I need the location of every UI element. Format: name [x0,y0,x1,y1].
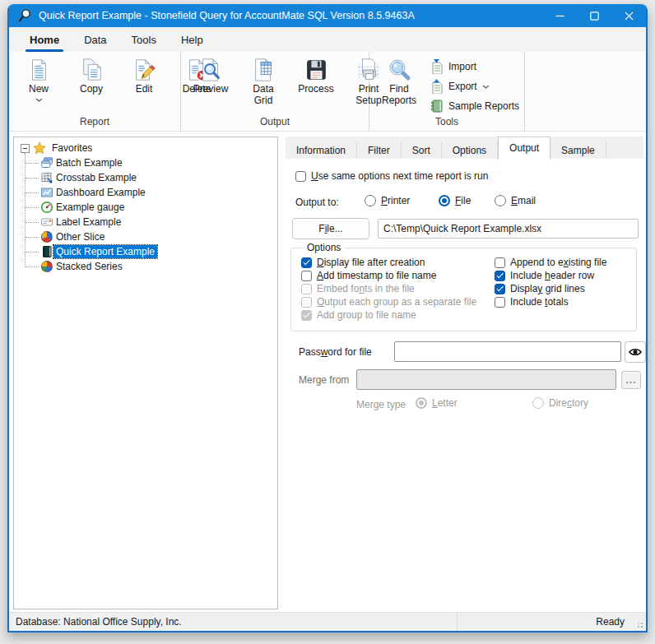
edit-button[interactable]: Edit [121,56,167,95]
copy-button[interactable]: Copy [68,56,114,95]
use-same-options-checkbox-row[interactable]: Use same options next time report is run [295,170,488,182]
output-each-group-row: Output each group as a separate file [301,296,476,308]
tab-filter[interactable]: Filter [357,141,402,159]
file-radio-row[interactable]: File [439,195,471,206]
email-radio-row[interactable]: Email [495,195,536,206]
add-timestamp-checkbox[interactable] [301,271,312,281]
menu-tab-data[interactable]: Data [72,27,118,52]
export-button[interactable]: Export [429,79,519,94]
process-button[interactable]: Process [293,56,339,95]
menu-tab-help[interactable]: Help [169,27,216,52]
options-groupbox-legend: Options [303,242,345,253]
tab-information[interactable]: Information [286,141,357,159]
printer-radio[interactable] [365,195,376,206]
tree-node-label[interactable]: Other Slice [53,230,107,243]
dashboard-report-icon [40,186,53,199]
ribbon-group-output: Preview Data Grid [181,52,369,131]
options-groupbox: Options Display file after creation Add … [290,248,637,331]
tree-node-crosstab-example[interactable]: Crosstab Example [14,170,277,185]
include-header-row-row[interactable]: Include header row [495,270,594,281]
sample-reports-button[interactable]: Sample Reports [429,99,519,114]
file-browse-button[interactable]: File... [292,218,369,239]
preview-button[interactable]: Preview [188,56,234,95]
ribbon: New Copy [9,52,646,132]
main-area: Favorites Batch Example [9,132,646,612]
output-group-label: Output [181,115,369,131]
tree-node-label[interactable]: Label Example [53,215,123,229]
report-detail-panel: Information Filter Sort Options Output S… [286,137,643,609]
password-input[interactable] [394,341,621,362]
tools-group-buttons: Find Reports Import [369,52,524,115]
merge-from-label: Merge from [299,374,349,386]
tree-node-favorites[interactable]: Favorites [14,141,277,155]
display-file-after-creation-row[interactable]: Display file after creation [301,257,425,268]
tree-node-label-example[interactable]: Label Example [14,215,277,229]
include-header-row-checkbox[interactable] [495,271,505,281]
tree-node-label[interactable]: Batch Example [53,156,125,169]
tree-node-example-gauge[interactable]: Example gauge [14,200,277,215]
tree-connector [26,237,39,238]
file-radio[interactable] [439,195,450,206]
find-reports-icon [386,56,412,84]
merge-type-label: Merge type [356,399,406,410]
embed-fonts-checkbox [301,284,312,294]
output-group-buttons: Preview Data Grid [181,52,369,115]
find-reports-button[interactable]: Find Reports [376,56,422,107]
tree-node-stacked-series[interactable]: Stacked Series [14,259,277,274]
include-totals-checkbox[interactable] [495,297,505,308]
tree-node-label[interactable]: Example gauge [53,201,127,214]
tab-sort[interactable]: Sort [402,141,442,159]
include-totals-row[interactable]: Include totals [495,296,569,308]
new-button[interactable]: New [16,56,62,102]
tree-connector [26,266,39,267]
merge-type-letter-row: Letter [416,397,458,409]
append-to-existing-file-checkbox[interactable] [495,257,505,268]
tree-node-other-slice[interactable]: Other Slice [14,229,277,244]
printer-radio-row[interactable]: Printer [365,195,410,206]
file-path-input[interactable] [378,219,639,239]
menu-tab-home[interactable]: Home [17,27,72,52]
ribbon-group-tools: Find Reports Import [369,52,525,131]
favorites-star-icon [33,141,46,155]
tree-node-label[interactable]: Stacked Series [53,260,125,273]
copy-button-label: Copy [80,84,103,95]
merge-browse-label: ... [625,374,636,386]
menubar: Home Data Tools Help [9,27,646,52]
tree-node-label[interactable]: Quick Report Example [53,245,157,258]
pie-chart-icon [40,260,53,273]
close-button[interactable] [611,4,646,27]
menu-tab-tools[interactable]: Tools [119,27,169,52]
tree-node-label[interactable]: Favorites [49,141,95,155]
display-file-after-creation-checkbox[interactable] [301,257,312,268]
use-same-options-checkbox[interactable] [295,171,306,182]
tools-small-buttons: Import Export [429,56,519,114]
report-group-label: Report [9,115,180,131]
append-to-existing-file-row[interactable]: Append to existing file [495,257,606,268]
add-timestamp-row[interactable]: Add timestamp to file name [301,270,436,281]
data-grid-button[interactable]: Data Grid [240,56,286,107]
tree-node-quick-report-example[interactable]: Quick Report Example [14,244,277,259]
minimize-button[interactable] [542,4,577,27]
ribbon-spacer [525,52,646,131]
tree-node-batch-example[interactable]: Batch Example [14,155,277,170]
tab-output[interactable]: Output [498,137,550,160]
data-grid-button-label: Data Grid [243,84,284,107]
maximize-button[interactable] [577,4,611,27]
process-button-label: Process [298,84,333,95]
tab-sample[interactable]: Sample [550,141,606,159]
merge-browse-button[interactable]: ... [621,371,641,389]
output-tab-content: Use same options next time report is run… [286,159,643,609]
tab-options[interactable]: Options [442,141,498,159]
import-button[interactable]: Import [429,59,519,74]
printer-radio-label: Printer [381,195,410,206]
preview-button-label: Preview [193,84,229,95]
tree-node-label[interactable]: Dashboard Example [53,186,148,199]
display-grid-lines-checkbox[interactable] [495,284,505,294]
display-grid-lines-row[interactable]: Display grid lines [495,283,585,294]
collapse-expander-icon[interactable] [21,144,30,153]
resize-grip[interactable] [635,620,643,628]
tree-node-label[interactable]: Crosstab Example [53,171,139,184]
show-password-button[interactable] [625,341,646,363]
email-radio[interactable] [495,195,506,206]
tree-node-dashboard-example[interactable]: Dashboard Example [14,185,277,200]
